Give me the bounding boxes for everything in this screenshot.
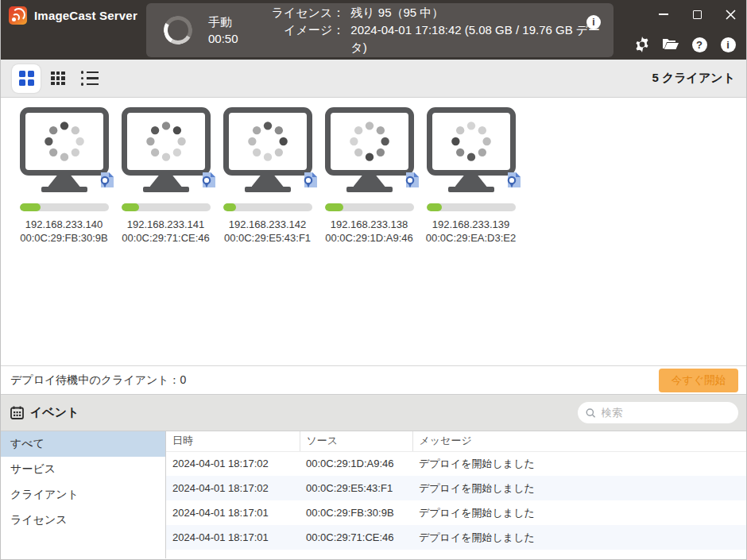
client-ip: 192.168.233.140 xyxy=(18,218,110,231)
image-value: 2024-04-01 17:18:42 (5.08 GB / 19.76 GB … xyxy=(350,21,613,56)
minimize-button[interactable] xyxy=(657,8,670,21)
client-tile[interactable]: 192.168.233.141 00:0C:29:71:CE:46 xyxy=(120,107,211,365)
large-grid-icon xyxy=(19,71,34,86)
close-button[interactable] xyxy=(724,8,737,21)
event-datetime: 2024-04-01 18:17:01 xyxy=(166,500,300,525)
event-filter-sidebar: すべて サービス クライアント ライセンス xyxy=(1,431,166,558)
monitor-icon xyxy=(223,107,312,192)
event-table: 日時 ソース メッセージ 2024-04-01 18:17:02 00:0C:2… xyxy=(166,431,746,558)
client-ip: 192.168.233.142 xyxy=(222,218,313,231)
imagecast-server-window: ImageCast Server 手動 00:50 ライセンス： 残り 95（9… xyxy=(0,0,747,560)
deploy-status-bar: デプロイ待機中のクライアント：0 今すぐ開始 xyxy=(1,365,746,395)
help-icon[interactable]: ? xyxy=(691,36,708,53)
titlebar: ImageCast Server 手動 00:50 ライセンス： 残り 95（9… xyxy=(1,0,746,60)
search-icon xyxy=(586,407,596,419)
waiting-clients-label: デプロイ待機中のクライアント：0 xyxy=(10,373,186,388)
event-datetime: 2024-04-01 18:17:01 xyxy=(166,525,300,550)
license-badge-icon xyxy=(200,171,217,189)
list-icon xyxy=(81,71,99,86)
timer-value: 00:50 xyxy=(208,30,238,47)
client-tile[interactable]: 192.168.233.139 00:0C:29:EA:D3:E2 xyxy=(425,107,517,365)
client-count-label: 5 クライアント xyxy=(652,71,735,86)
image-label: イメージ： xyxy=(272,21,345,56)
client-ip: 192.168.233.141 xyxy=(120,218,211,231)
search-input[interactable] xyxy=(602,407,731,419)
table-row[interactable]: 2024-04-01 18:17:02 00:0C:29:E5:43:F1 デプ… xyxy=(166,476,746,500)
settings-gear-icon[interactable] xyxy=(633,36,651,53)
filter-client[interactable]: クライアント xyxy=(1,482,165,508)
license-badge-icon xyxy=(404,171,420,189)
client-ip: 192.168.233.139 xyxy=(425,218,517,231)
small-grid-view-button[interactable] xyxy=(44,64,72,93)
license-badge-icon xyxy=(302,171,319,189)
app-title: ImageCast Server xyxy=(34,9,137,22)
deploy-progress-bar xyxy=(427,203,516,211)
event-message: デプロイを開始しました xyxy=(412,476,746,500)
loading-spinner-icon xyxy=(161,13,195,48)
client-ip: 192.168.233.138 xyxy=(323,218,415,231)
client-mac: 00:0C:29:FB:30:9B xyxy=(18,231,110,245)
monitor-icon xyxy=(20,107,109,192)
license-badge-icon xyxy=(505,171,522,189)
deploy-progress-bar xyxy=(122,203,211,211)
deploy-progress-bar xyxy=(223,203,312,211)
client-mac: 00:0C:29:71:CE:46 xyxy=(120,231,211,245)
column-header-datetime[interactable]: 日時 xyxy=(166,431,300,451)
status-panel: 手動 00:50 ライセンス： 残り 95（95 中） イメージ： 2024-0… xyxy=(146,3,613,57)
filter-service[interactable]: サービス xyxy=(1,457,165,482)
info-icon[interactable]: i xyxy=(719,36,737,53)
client-tile[interactable]: 192.168.233.140 00:0C:29:FB:30:9B xyxy=(18,107,110,365)
license-label: ライセンス： xyxy=(272,4,345,21)
monitor-icon xyxy=(122,107,211,192)
maximize-button[interactable] xyxy=(691,8,703,21)
event-datetime: 2024-04-01 18:17:02 xyxy=(166,476,300,500)
start-now-button[interactable]: 今すぐ開始 xyxy=(659,369,738,392)
monitor-icon xyxy=(427,107,516,192)
column-header-message[interactable]: メッセージ xyxy=(412,431,746,451)
window-controls xyxy=(657,8,737,21)
table-row[interactable]: 2024-04-01 18:17:01 00:0C:29:71:CE:46 デプ… xyxy=(166,525,746,550)
client-mac: 00:0C:29:E5:43:F1 xyxy=(222,231,313,245)
header-toolbar: ? i xyxy=(633,36,737,53)
events-header: イベント xyxy=(1,395,746,431)
mode-label: 手動 xyxy=(208,14,238,30)
large-grid-view-button[interactable] xyxy=(12,64,41,93)
client-tile[interactable]: 192.168.233.138 00:0C:29:1D:A9:46 xyxy=(323,107,415,365)
event-message: デプロイを開始しました xyxy=(412,451,746,476)
list-view-button[interactable] xyxy=(75,64,104,93)
event-datetime: 2024-04-01 18:17:02 xyxy=(166,451,300,476)
table-row[interactable]: 2024-04-01 18:17:02 00:0C:29:1D:A9:46 デプ… xyxy=(166,451,746,476)
app-brand: ImageCast Server xyxy=(9,6,137,25)
deploy-progress-bar xyxy=(20,203,109,211)
filter-all[interactable]: すべて xyxy=(1,431,165,457)
filter-license[interactable]: ライセンス xyxy=(1,508,165,533)
table-row[interactable]: 2024-04-01 18:17:01 00:0C:29:FB:30:9B デプ… xyxy=(166,500,746,525)
client-grid: 192.168.233.140 00:0C:29:FB:30:9B 192.16… xyxy=(1,98,746,365)
view-toolbar: 5 クライアント xyxy=(1,60,746,98)
events-body: すべて サービス クライアント ライセンス 日時 ソース メッセージ 2024-… xyxy=(1,431,746,558)
client-mac: 00:0C:29:EA:D3:E2 xyxy=(425,231,517,245)
client-mac: 00:0C:29:1D:A9:46 xyxy=(323,231,415,245)
deploy-progress-bar xyxy=(325,203,414,211)
event-source: 00:0C:29:E5:43:F1 xyxy=(300,476,412,500)
event-message: デプロイを開始しました xyxy=(412,525,746,550)
event-source: 00:0C:29:71:CE:46 xyxy=(300,525,412,550)
license-badge-icon xyxy=(99,171,115,189)
status-info-icon[interactable]: i xyxy=(586,15,601,29)
column-header-source[interactable]: ソース xyxy=(300,431,412,451)
event-message: デプロイを開始しました xyxy=(412,500,746,525)
events-section-title: イベント xyxy=(30,405,79,420)
event-source: 00:0C:29:FB:30:9B xyxy=(300,500,412,525)
open-folder-icon[interactable] xyxy=(662,36,679,53)
small-grid-icon xyxy=(51,71,65,86)
event-search-box[interactable] xyxy=(578,402,738,423)
event-source: 00:0C:29:1D:A9:46 xyxy=(300,451,412,476)
client-tile[interactable]: 192.168.233.142 00:0C:29:E5:43:F1 xyxy=(222,107,313,365)
monitor-icon xyxy=(325,107,414,192)
license-value: 残り 95（95 中） xyxy=(350,4,613,21)
events-calendar-icon xyxy=(10,406,24,419)
app-logo-icon xyxy=(9,6,27,25)
